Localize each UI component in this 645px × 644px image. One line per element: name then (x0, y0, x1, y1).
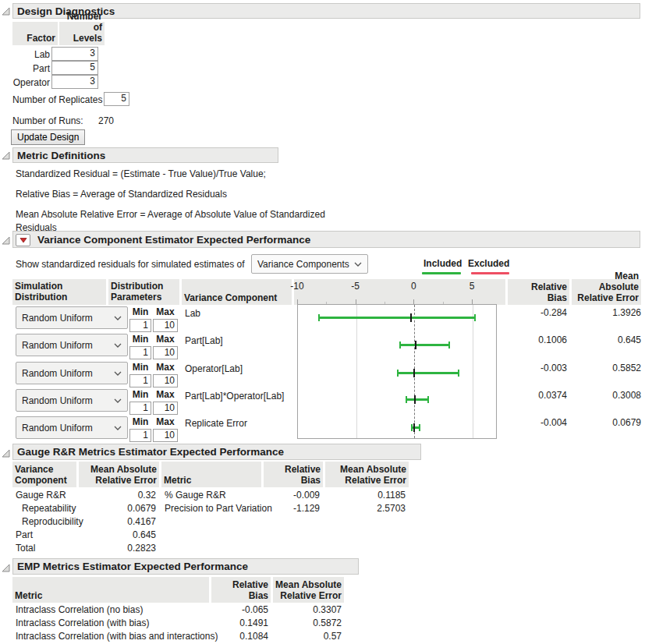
gauge-component: Reproducibility (22, 516, 83, 527)
mare-value: 0.645 (579, 334, 641, 345)
distribution-dropdown[interactable]: Random Uniform (16, 306, 128, 329)
max-label: Max (153, 334, 178, 345)
col-header-relative-bias: Relative Bias (264, 462, 323, 487)
interval-bar (406, 398, 428, 401)
update-design-button[interactable]: Update Design (11, 129, 85, 145)
gauge-mare: 0.2823 (94, 543, 156, 554)
mare-value: 0.5852 (579, 363, 641, 373)
disclosure-icon[interactable] (2, 561, 11, 571)
x-axis: -10-505 (297, 280, 497, 304)
gauge-mare: 0.0679 (94, 503, 156, 514)
legend-excluded-label: Excluded (468, 258, 509, 269)
interval-center-tick (410, 313, 412, 322)
emp-bias: 0.1491 (214, 617, 268, 628)
min-input[interactable]: 1 (129, 374, 151, 387)
col-header-relative-bias: Relative Bias (508, 279, 569, 305)
disclosure-icon[interactable] (2, 447, 11, 456)
chevron-down-icon (114, 343, 122, 348)
min-label: Min (129, 362, 151, 373)
legend-included-label: Included (424, 258, 462, 269)
gauge-metric: % Gauge R&R (165, 490, 226, 501)
variance-component-label: Part[Lab]*Operator[Lab] (185, 391, 284, 402)
emp-metric: Intraclass Correlation (with bias and in… (16, 631, 218, 642)
max-input[interactable]: 10 (153, 346, 178, 359)
variance-component-label: Operator[Lab] (185, 363, 243, 374)
section-title-metric-definitions[interactable]: Metric Definitions (12, 147, 278, 163)
max-input[interactable]: 10 (153, 429, 178, 442)
section-title-variance-performance[interactable]: Variance Component Estimator Expected Pe… (12, 231, 640, 248)
distribution-dropdown[interactable]: Random Uniform (16, 334, 128, 356)
show-residuals-label: Show standardized residuals for simulate… (16, 259, 244, 270)
chevron-down-icon (114, 316, 122, 320)
col-header-variance-component: Variance Component (182, 279, 292, 305)
min-input[interactable]: 1 (129, 319, 151, 332)
estimates-dropdown[interactable]: Variance Components (251, 254, 368, 274)
min-input[interactable]: 1 (129, 346, 151, 359)
mare-value: 0.0679 (579, 417, 641, 428)
chevron-down-icon (114, 371, 122, 376)
replicates-input[interactable]: 5 (104, 92, 129, 106)
interval-bar (319, 317, 475, 319)
col-header-mean-absolute-relative-error: Mean AbsoluteRelative Error (325, 462, 409, 487)
variance-component-label: Part[Lab] (185, 335, 223, 346)
interval-cap (318, 314, 320, 321)
min-input[interactable]: 1 (129, 429, 151, 442)
interval-center-tick (415, 341, 416, 349)
interval-bar (400, 344, 450, 346)
gridline (356, 305, 357, 438)
relative-bias-value: -0.004 (507, 417, 567, 428)
variance-component-label: Lab (185, 308, 200, 319)
max-input[interactable]: 10 (153, 319, 178, 332)
disclosure-icon[interactable] (2, 234, 11, 243)
red-triangle-menu-icon[interactable] (16, 234, 30, 246)
max-label: Max (153, 416, 178, 427)
interval-center-tick (413, 423, 415, 432)
gauge-mare: 0.32 (94, 490, 156, 501)
levels-input-lab[interactable]: 3 (51, 47, 98, 61)
gauge-metric: Precision to Part Variation (165, 503, 272, 514)
section-title-design-diagnostics[interactable]: Design Diagnostics (12, 3, 640, 19)
relative-bias-value: 0.0374 (507, 390, 567, 401)
section-title-gauge-rr[interactable]: Gauge R&R Metrics Estimator Expected Per… (12, 444, 421, 460)
interval-cap (448, 341, 450, 349)
gauge-bias: -0.009 (265, 490, 320, 501)
relative-bias-value: -0.003 (507, 363, 567, 373)
gauge-mare: 0.4167 (94, 516, 156, 527)
col-header-distribution-parameters: DistributionParameters (108, 279, 179, 305)
disclosure-icon[interactable] (2, 5, 11, 14)
factor-column-header: Factor (12, 22, 58, 45)
max-input[interactable]: 10 (153, 402, 178, 415)
levels-input-part[interactable]: 5 (51, 61, 98, 75)
section-title-emp-metrics[interactable]: EMP Metrics Estimator Expected Performan… (12, 558, 359, 575)
distribution-dropdown[interactable]: Random Uniform (16, 362, 128, 384)
metric-definition-line: Standardized Residual = (Estimate - True… (16, 168, 351, 181)
min-input[interactable]: 1 (129, 402, 151, 415)
max-input[interactable]: 10 (153, 374, 178, 387)
min-label: Min (129, 389, 151, 400)
levels-input-operator[interactable]: 3 (51, 75, 98, 89)
interval-cap (397, 370, 399, 377)
disclosure-icon[interactable] (2, 149, 11, 158)
min-label: Min (129, 306, 151, 317)
variance-component-label: Replicate Error (185, 418, 247, 429)
relative-bias-value: -0.284 (507, 307, 567, 318)
gauge-component: Repeatability (22, 503, 76, 514)
gauge-bias: -1.129 (265, 503, 320, 514)
col-header-mean-absolute-relative-error: Mean AbsoluteRelative Error (273, 577, 344, 603)
mare-value: 0.3008 (579, 390, 641, 401)
emp-bias: 0.1084 (214, 631, 268, 642)
interval-cap (406, 396, 407, 403)
axis-tick-label: -5 (342, 281, 369, 292)
gridline (473, 305, 473, 438)
emp-metric: Intraclass Correlation (no bias) (16, 604, 143, 615)
design-diagnostics-panel: Design Diagnostics Factor Number of Leve… (0, 0, 645, 644)
emp-bias: -0.065 (214, 604, 268, 615)
distribution-dropdown[interactable]: Random Uniform (16, 416, 128, 439)
interval-center-tick (414, 395, 416, 404)
legend-included-swatch (422, 272, 461, 274)
distribution-dropdown[interactable]: Random Uniform (16, 389, 128, 412)
gauge-mare: 2.5703 (343, 503, 406, 514)
chevron-down-icon (114, 426, 122, 430)
interval-bar (398, 372, 459, 374)
factor-row-label: Operator (3, 77, 50, 88)
